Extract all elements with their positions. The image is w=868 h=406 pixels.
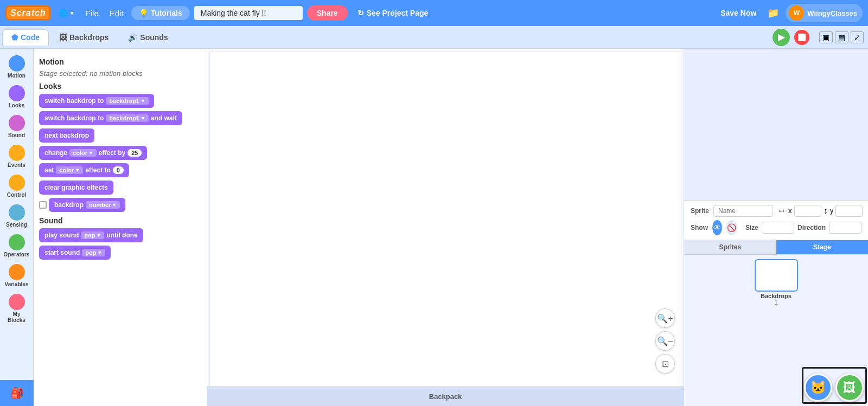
username-label: WiingyClasses bbox=[807, 9, 857, 17]
events-icon bbox=[9, 145, 25, 161]
blocks-panel: Motion Stage selected: no motion blocks … bbox=[34, 49, 207, 406]
size-input[interactable] bbox=[762, 222, 794, 234]
backdrops-count: 1 bbox=[774, 299, 777, 306]
block-backdrop-number-row: backdrop number ▼ bbox=[39, 198, 201, 212]
add-sprite-button[interactable]: 🖼 bbox=[835, 373, 864, 402]
operators-icon bbox=[9, 234, 25, 250]
add-backdrop-button[interactable]: 🐱 bbox=[804, 373, 832, 402]
backdrop-number-checkbox[interactable] bbox=[39, 201, 47, 209]
block-backdrop-number[interactable]: backdrop number ▼ bbox=[49, 198, 125, 212]
sidebar-item-events[interactable]: Events bbox=[2, 143, 32, 170]
block-switch-backdrop[interactable]: switch backdrop to backdrop1 ▼ bbox=[39, 94, 154, 108]
arrow-vertical-icon: ↕ bbox=[824, 206, 828, 216]
stop-icon bbox=[798, 34, 806, 41]
sounds-icon: 🔊 bbox=[128, 33, 137, 42]
sidebar-item-motion[interactable]: Motion bbox=[2, 53, 32, 81]
show-visible-button[interactable]: 👁 bbox=[712, 220, 722, 235]
variables-icon bbox=[9, 264, 25, 280]
sidebar-item-myblocks[interactable]: My Blocks bbox=[2, 292, 32, 325]
layout-button-1[interactable]: ▣ bbox=[819, 31, 833, 43]
sprite-label: Sprite bbox=[691, 207, 709, 215]
stage-area: 🔍+ 🔍− ⊡ Backpack bbox=[207, 49, 684, 406]
zoom-fit-icon: ⊡ bbox=[662, 359, 669, 369]
tab-bar: ⬟ Code 🖼 Backdrops 🔊 Sounds ▶ ▣ ▤ ⤢ bbox=[0, 26, 868, 49]
block-switch-backdrop-wait[interactable]: switch backdrop to backdrop1 ▼ and wait bbox=[39, 111, 182, 125]
zoom-in-icon: 🔍+ bbox=[657, 313, 673, 324]
block-set-effect[interactable]: set color ▼ effect to 0 bbox=[39, 163, 129, 177]
save-now-button[interactable]: Save Now bbox=[716, 6, 761, 20]
backdrop-thumbnail bbox=[755, 259, 798, 292]
zoom-fit-button[interactable]: ⊡ bbox=[655, 354, 675, 373]
tab-code[interactable]: ⬟ Code bbox=[2, 29, 49, 46]
motion-icon bbox=[9, 55, 25, 72]
avatar: W bbox=[789, 5, 804, 21]
block-change-effect[interactable]: change color ▼ effect by 25 bbox=[39, 146, 147, 160]
size-label: Size bbox=[745, 224, 758, 231]
fullscreen-button[interactable]: ⤢ bbox=[851, 31, 864, 43]
backpack-toggle[interactable]: 🎒 bbox=[0, 380, 34, 406]
green-flag-button[interactable]: ▶ bbox=[773, 29, 790, 46]
folder-icon[interactable]: 📁 bbox=[765, 5, 781, 21]
stage-canvas bbox=[209, 51, 681, 404]
file-menu[interactable]: File bbox=[82, 7, 102, 20]
main-layout: Motion Looks Sound Events Control Sensin… bbox=[0, 49, 868, 406]
share-button[interactable]: Share bbox=[307, 5, 348, 21]
motion-info-text: Stage selected: no motion blocks bbox=[39, 69, 201, 78]
sound-icon bbox=[9, 115, 25, 131]
block-clear-effects[interactable]: clear graphic effects bbox=[39, 181, 113, 195]
globe-icon: 🌐 bbox=[59, 9, 68, 17]
right-panel: Sprite ↔ x ↕ y Show 👁 🚫 Size Di bbox=[684, 49, 868, 406]
sidebar-item-operators[interactable]: Operators bbox=[2, 232, 32, 260]
tutorials-icon: 💡 bbox=[139, 9, 148, 17]
control-icon bbox=[9, 175, 25, 191]
project-title-input[interactable] bbox=[194, 6, 303, 20]
sound-section-title: Sound bbox=[39, 216, 201, 225]
sidebar-item-sound[interactable]: Sound bbox=[2, 113, 32, 140]
myblocks-icon bbox=[9, 294, 25, 310]
sidebar-item-sensing[interactable]: Sensing bbox=[2, 202, 32, 230]
sidebar-item-control[interactable]: Control bbox=[2, 172, 32, 200]
language-button[interactable]: 🌐 ▼ bbox=[55, 7, 78, 20]
direction-label: Direction bbox=[797, 224, 826, 231]
backdrops-icon: 🖼 bbox=[59, 33, 67, 42]
tab-backdrops[interactable]: 🖼 Backdrops bbox=[50, 29, 118, 46]
backpack-icon: 🎒 bbox=[10, 386, 24, 399]
stage-sprite-tabs: Sprites Stage bbox=[684, 240, 868, 255]
stage-controls-bar: ▶ bbox=[773, 29, 818, 46]
sidebar-item-variables[interactable]: Variables bbox=[2, 262, 32, 289]
stage-tab[interactable]: Stage bbox=[776, 240, 869, 254]
sidebar-item-looks[interactable]: Looks bbox=[2, 83, 32, 111]
sprites-tab[interactable]: Sprites bbox=[684, 240, 776, 254]
sidebar: Motion Looks Sound Events Control Sensin… bbox=[0, 49, 34, 406]
zoom-out-icon: 🔍− bbox=[657, 336, 673, 346]
show-hidden-button[interactable]: 🚫 bbox=[726, 220, 736, 235]
zoom-in-button[interactable]: 🔍+ bbox=[655, 308, 675, 328]
zoom-out-button[interactable]: 🔍− bbox=[655, 331, 675, 351]
globe-chevron: ▼ bbox=[69, 10, 75, 16]
direction-input[interactable] bbox=[829, 222, 861, 234]
block-play-sound[interactable]: play sound pop ▼ until done bbox=[39, 228, 143, 242]
looks-icon bbox=[9, 85, 25, 101]
stop-button[interactable] bbox=[794, 30, 809, 45]
scratch-logo[interactable]: Scratch bbox=[5, 5, 51, 21]
coord-group: ↔ x ↕ y bbox=[777, 205, 863, 217]
block-next-backdrop[interactable]: next backdrop bbox=[39, 128, 94, 143]
add-buttons-area: 🐱 🖼 bbox=[804, 373, 864, 402]
x-input[interactable] bbox=[794, 205, 821, 217]
tab-sounds[interactable]: 🔊 Sounds bbox=[119, 29, 177, 46]
edit-menu[interactable]: Edit bbox=[106, 7, 127, 20]
arrow-horizontal-icon: ↔ bbox=[777, 206, 786, 216]
see-project-button[interactable]: ↻ See Project Page bbox=[352, 6, 434, 20]
block-start-sound[interactable]: start sound pop ▼ bbox=[39, 246, 111, 260]
sprite-controls: Sprite ↔ x ↕ y Show 👁 🚫 Size Di bbox=[684, 201, 868, 240]
user-badge[interactable]: W WiingyClasses bbox=[786, 4, 863, 22]
refresh-icon: ↻ bbox=[358, 9, 364, 17]
sprite-name-input[interactable] bbox=[713, 205, 773, 217]
stage-backdrop-card[interactable]: Backdrops 1 bbox=[755, 259, 798, 306]
layout-button-2[interactable]: ▤ bbox=[835, 31, 848, 43]
tutorials-button[interactable]: 💡 Tutorials bbox=[131, 6, 190, 20]
y-input[interactable] bbox=[835, 205, 863, 217]
backpack-bar[interactable]: Backpack bbox=[207, 386, 684, 406]
show-row: Show 👁 🚫 Size Direction bbox=[691, 220, 861, 235]
sensing-icon bbox=[9, 204, 25, 221]
